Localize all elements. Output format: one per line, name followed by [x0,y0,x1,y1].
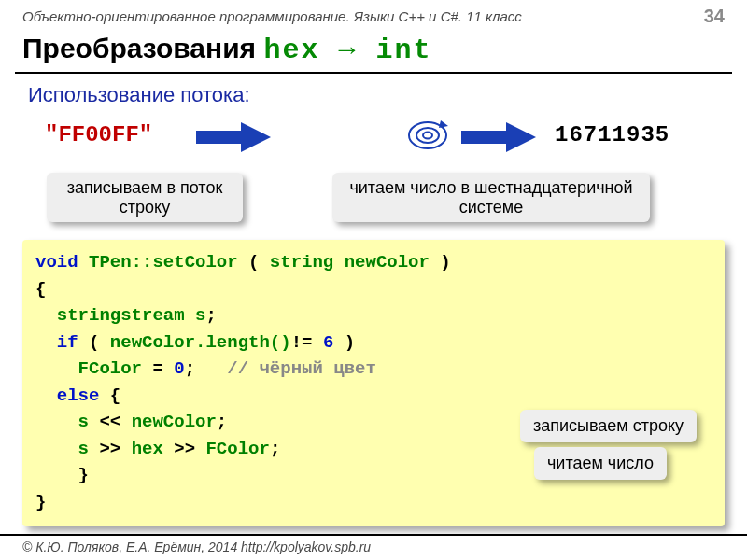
callout-read-hex: читаем число в шестнадцатеричной системе [332,173,650,222]
title-rule [15,72,732,74]
callout-write-string: записываем строку [520,410,697,442]
title-mono: hex → int [263,35,431,66]
svg-point-3 [416,128,439,143]
callout-write-stream: записываем в поток строку [47,173,243,222]
callouts-row: записываем в поток строку читаем число в… [22,173,725,232]
subtitle: Использование потока: [0,83,747,117]
int-literal: 16711935 [555,122,669,147]
svg-marker-7 [506,122,536,152]
header-bar: Объектно-ориентированное программировани… [0,0,747,29]
footer: © К.Ю. Поляков, Е.А. Ерёмин, 2014 http:/… [0,534,747,560]
title-prefix: Преобразования [22,33,263,63]
conversion-row: "FF00FF" 16711935 [22,117,725,173]
hex-literal: "FF00FF" [45,122,152,147]
spinner-icon [405,117,450,154]
svg-marker-1 [241,122,271,152]
page-number: 34 [704,6,725,27]
svg-point-4 [423,133,432,139]
arrow-right-icon [461,122,536,152]
code-block: void TPen::setColor ( string newColor ) … [22,240,725,526]
callout-read-number: читаем число [534,447,667,480]
svg-rect-6 [461,131,506,144]
course-label: Объектно-ориентированное программировани… [22,8,704,24]
svg-marker-5 [439,120,448,128]
svg-rect-0 [196,131,241,144]
slide-title: Преобразования hex → int [0,29,747,72]
arrow-right-icon [196,122,271,152]
